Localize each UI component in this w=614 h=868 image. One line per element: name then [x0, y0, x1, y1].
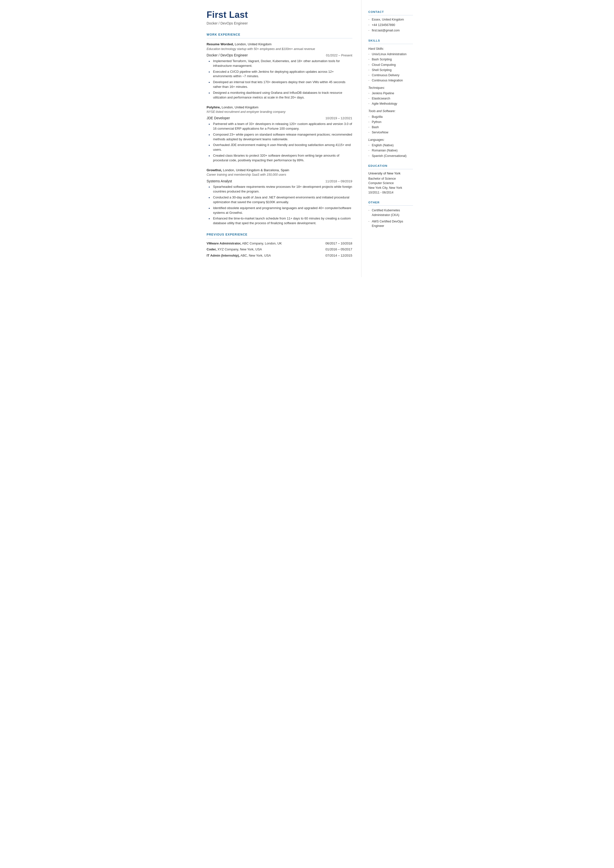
tools-label: Tools and Software:	[369, 109, 413, 113]
tool-0: Bugzilla	[369, 114, 413, 119]
edu-dates: 10/2011 - 06/2014	[369, 190, 413, 195]
technique-0: Jenkins Pipeline	[369, 91, 413, 96]
bullet-item-2-3: Enhanced the time-to-market launch sched…	[209, 216, 352, 226]
role-line-2: Systems Analyst11/2018 – 09/2019	[207, 179, 352, 184]
bullet-item-0-1: Executed a CI/CD pipeline with Jenkins f…	[209, 70, 352, 79]
other-item-0: Certified Kubernetes Administrator (CKA)	[369, 208, 413, 217]
role-dates-2: 11/2018 – 09/2019	[326, 179, 352, 184]
prev-exp-name-0: VMware Administrator, ABC Company, Londo…	[207, 241, 310, 247]
employer-tagline-1: NYSE-listed recruitment and employer bra…	[207, 110, 352, 114]
other-item-1: AWS Certified DevOps Engineer	[369, 219, 413, 228]
edu-degree: Bachelor of Science	[369, 176, 413, 181]
skills-heading: SKILLS	[369, 39, 413, 44]
employer-name-1: Polyhire, London, United Kingdom	[207, 105, 352, 110]
techniques-label: Techniques:	[369, 85, 413, 90]
hard-skill-1: Bash Scripting	[369, 57, 413, 62]
edu-university: University of New York	[369, 171, 413, 176]
previous-experience-table: VMware Administrator, ABC Company, Londo…	[207, 241, 352, 259]
hard-skill-0: Unix/Linux Administration	[369, 52, 413, 57]
language-0: English (Native)	[369, 143, 413, 148]
prev-exp-dates-0: 06/2017 – 10/2018	[310, 241, 352, 247]
other-list: Certified Kubernetes Administrator (CKA)…	[369, 208, 413, 228]
tool-3: ServiceNow	[369, 130, 413, 135]
prev-exp-row-1: Coder, XYZ Company, New York, USA01/2016…	[207, 247, 352, 253]
education-block: University of New York Bachelor of Scien…	[369, 171, 413, 195]
education-heading: EDUCATION	[369, 164, 413, 169]
employer-block-0: Resume Worded, London, United KingdomEdu…	[207, 42, 352, 100]
role-title-2: Systems Analyst	[207, 179, 232, 183]
bullet-item-0-3: Designed a monitoring dashboard using Gr…	[209, 90, 352, 100]
bullet-item-1-1: Composed 23+ white papers on standard so…	[209, 132, 352, 142]
bullet-list-0: Implemented Terraform, Vagrant, Docker, …	[209, 59, 352, 100]
employer-block-1: Polyhire, London, United KingdomNYSE-lis…	[207, 105, 352, 163]
prev-exp-name-1: Coder, XYZ Company, New York, USA	[207, 247, 310, 253]
languages-label: Languages:	[369, 138, 413, 142]
bullet-item-1-3: Created class libraries to protect 320+ …	[209, 154, 352, 163]
work-experience-heading: WORK EXPERIENCE	[207, 33, 352, 38]
contact-list: Essex, United Kingdom+44 1234567890first…	[369, 17, 413, 33]
bullet-item-0-0: Implemented Terraform, Vagrant, Docker, …	[209, 59, 352, 68]
bullet-item-0-2: Developed an internal tool that lets 170…	[209, 80, 352, 89]
prev-exp-row-0: VMware Administrator, ABC Company, Londo…	[207, 241, 352, 247]
hard-skills-label: Hard Skills:	[369, 47, 413, 51]
bullet-item-2-0: Spearheaded software requirements review…	[209, 185, 352, 194]
language-1: Romanian (Native)	[369, 148, 413, 153]
hard-skills-list: Unix/Linux AdministrationBash ScriptingC…	[369, 52, 413, 83]
role-title-1: JDE Developer	[207, 116, 230, 121]
languages-list: English (Native)Romanian (Native)Spanish…	[369, 143, 413, 158]
employer-name-2: Growthsi, London, United Kingdom & Barce…	[207, 168, 352, 173]
work-experience-section: Resume Worded, London, United KingdomEdu…	[207, 42, 352, 226]
contact-item-0: Essex, United Kingdom	[369, 17, 413, 22]
bullet-item-1-2: Overhauled JDE environment making it use…	[209, 143, 352, 152]
role-dates-1: 10/2019 – 12/2021	[326, 116, 352, 121]
hard-skill-4: Continuous Delivery	[369, 73, 413, 78]
edu-location: New York City, New York	[369, 186, 413, 190]
bullet-item-2-2: Identified obsolete equipment and progra…	[209, 206, 352, 215]
technique-2: Agile Methodology	[369, 101, 413, 106]
previous-experience-heading: PREVIOUS EXPERIENCE	[207, 233, 352, 238]
tool-2: Bash	[369, 124, 413, 130]
tool-1: Python	[369, 119, 413, 124]
employer-tagline-0: Education technology startup with 50+ em…	[207, 47, 352, 51]
tools-list: BugzillaPythonBashServiceNow	[369, 114, 413, 135]
other-heading: OTHER	[369, 200, 413, 206]
edu-field: Computer Science	[369, 181, 413, 186]
employer-block-2: Growthsi, London, United Kingdom & Barce…	[207, 168, 352, 226]
hard-skill-5: Continuous Integration	[369, 78, 413, 83]
role-dates-0: 01/2022 – Present	[326, 53, 352, 58]
prev-exp-name-2: IT Admin (Internship), ABC, New York, US…	[207, 253, 310, 259]
hard-skill-2: Cloud Computing	[369, 62, 413, 67]
bullet-item-2-1: Conducted a 30-day audit of Java and .NE…	[209, 195, 352, 205]
technique-1: Elasticsearch	[369, 96, 413, 101]
bullet-item-1-0: Partnered with a team of 33+ developers …	[209, 122, 352, 131]
bullet-list-1: Partnered with a team of 33+ developers …	[209, 122, 352, 163]
employer-name-0: Resume Worded, London, United Kingdom	[207, 42, 352, 47]
candidate-job-title: Docker / DevOps Engineer	[207, 21, 352, 26]
hard-skill-3: Shell Scripting	[369, 67, 413, 73]
prev-exp-row-2: IT Admin (Internship), ABC, New York, US…	[207, 253, 352, 259]
employer-tagline-2: Career training and membership SaaS with…	[207, 172, 352, 177]
role-line-1: JDE Developer10/2019 – 12/2021	[207, 116, 352, 121]
role-title-0: Docker / DevOps Engineer	[207, 53, 248, 57]
contact-heading: CONTACT	[369, 10, 413, 16]
language-2: Spanish (Conversational)	[369, 153, 413, 158]
contact-item-1: +44 1234567890	[369, 22, 413, 28]
prev-exp-dates-1: 01/2016 – 05/2017	[310, 247, 352, 253]
prev-exp-dates-2: 07/2014 – 12/2015	[310, 253, 352, 259]
right-column: CONTACT Essex, United Kingdom+44 1234567…	[361, 0, 419, 277]
techniques-list: Jenkins PipelineElasticsearchAgile Metho…	[369, 91, 413, 106]
role-line-0: Docker / DevOps Engineer01/2022 – Presen…	[207, 53, 352, 58]
contact-item-2: first.last@gmail.com	[369, 28, 413, 33]
candidate-name: First Last	[207, 10, 352, 20]
name-title-block: First Last Docker / DevOps Engineer	[207, 10, 352, 26]
bullet-list-2: Spearheaded software requirements review…	[209, 185, 352, 226]
